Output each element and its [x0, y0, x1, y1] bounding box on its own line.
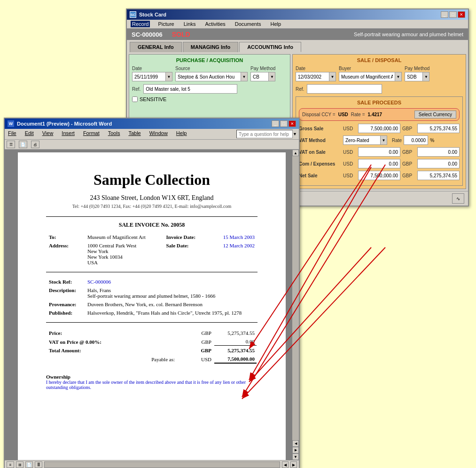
close-button[interactable]: ✕ [458, 11, 465, 18]
select-currency-button[interactable]: Select Currency [414, 111, 456, 119]
vat-method-input[interactable] [343, 135, 381, 145]
com-expenses-row: Com / Expenses USD GBP [299, 159, 460, 168]
sale-date-value: 12 March 2002 [212, 242, 257, 266]
purchase-source-arrow[interactable]: ▼ [241, 72, 248, 81]
stock-details-table: Stock Ref: SC-000006 Description: Hals, … [46, 277, 258, 317]
menu-documents[interactable]: Documents [234, 21, 263, 27]
to-value: Museum of Magnificent Art [86, 233, 164, 241]
purchase-ref-input[interactable] [143, 84, 237, 94]
tab-accounting[interactable]: ACCOUNTING Info [239, 42, 301, 52]
h-scroll-right[interactable]: ▶ [290, 461, 297, 468]
menu-picture[interactable]: Picture [156, 21, 175, 27]
word-menu-format[interactable]: Format [82, 130, 101, 138]
vat-method-arrow[interactable]: ▼ [381, 135, 387, 145]
published-label: Published: [47, 309, 85, 317]
purchase-date-group: Date ▼ [132, 66, 172, 81]
word-menu-window[interactable]: Window [148, 130, 169, 138]
vat-usd-input[interactable] [358, 147, 400, 157]
net-gbp-input[interactable] [417, 171, 460, 180]
sale-ref-row: Ref. [296, 84, 463, 94]
menu-activities[interactable]: Activities [203, 21, 226, 27]
scroll-down-button[interactable]: ▼ [292, 453, 299, 460]
sale-fields-row1: Date ▼ Buyer ▼ Pay Method [296, 66, 463, 81]
word-minimize-button[interactable]: _ [272, 120, 279, 127]
net-usd-label: USD [343, 173, 356, 178]
scroll-track[interactable] [292, 156, 299, 440]
scroll-side-btn-1[interactable]: ◀ [292, 440, 299, 447]
menu-record[interactable]: Record [131, 21, 150, 27]
sensitive-checkbox[interactable] [132, 96, 138, 102]
stock-card-titlebar: SC Stock Card _ □ ✕ [127, 9, 468, 20]
total-row: Total Amount: GBP 5,275,374.55 [47, 347, 257, 354]
word-menu-tools[interactable]: Tools [107, 130, 122, 138]
view-btn-3[interactable]: 📄 [25, 461, 33, 468]
view-btn-2[interactable]: ⊞ [16, 461, 23, 468]
sensitive-label: SENSITIVE [140, 96, 166, 102]
search-dropdown-arrow[interactable]: ▼ [293, 132, 297, 136]
sale-paymethod-input[interactable] [405, 72, 423, 81]
sale-buyer-arrow[interactable]: ▼ [395, 72, 402, 81]
sale-buyer-input[interactable] [339, 72, 395, 81]
word-menu-table[interactable]: Table [127, 130, 142, 138]
vat-gbp-input[interactable] [417, 147, 460, 157]
view-btn-4[interactable]: ≣ [35, 461, 42, 468]
description-value: Hals, Frans Self-portrait wearing armour… [86, 286, 257, 300]
minimize-button[interactable]: _ [441, 11, 448, 18]
gross-usd-label: USD [343, 126, 356, 131]
amounts-table: Price: GBP 5,275,374.55 VAT on Price @ 0… [46, 328, 258, 365]
toolbar-btn-3[interactable]: 🖨 [31, 141, 39, 148]
invoice-date-label: Invoice Date: [164, 233, 211, 241]
purchase-source-label: Source [175, 66, 248, 71]
word-menu-edit[interactable]: Edit [23, 130, 35, 138]
view-btn-1[interactable]: ≡ [7, 461, 14, 468]
menu-help[interactable]: Help [269, 21, 282, 27]
menu-links[interactable]: Links [182, 21, 197, 27]
gross-usd-input[interactable] [358, 124, 400, 133]
titlebar-left: SC Stock Card [130, 11, 166, 18]
net-usd-input[interactable] [358, 171, 400, 180]
com-gbp-input[interactable] [417, 159, 460, 168]
maximize-button[interactable]: □ [449, 11, 457, 18]
tab-general[interactable]: GENERAL Info [130, 42, 182, 52]
sale-date-input[interactable] [296, 72, 329, 81]
word-menu-view[interactable]: View [41, 130, 55, 138]
word-close-button[interactable]: ✕ [289, 120, 296, 127]
nav-extra-button[interactable]: ∿ [452, 193, 464, 204]
purchase-paymethod-input[interactable] [250, 72, 269, 81]
purchase-paymethod-group: Pay Method ▼ [250, 66, 275, 81]
gross-gbp-input[interactable] [417, 124, 460, 133]
payable-currency: USD [185, 355, 213, 364]
purchase-date-arrow[interactable]: ▼ [166, 72, 172, 81]
h-scroll-track[interactable] [44, 461, 280, 468]
sale-paymethod-arrow[interactable]: ▼ [423, 72, 429, 81]
sale-date-arrow[interactable]: ▼ [329, 72, 336, 81]
purchase-date-input[interactable] [132, 72, 166, 81]
doc-invoice-title: SALE INVOICE No. 20058 [46, 222, 258, 229]
word-search-input[interactable] [236, 130, 293, 138]
vat-value: 0.00 [214, 338, 257, 346]
word-menu-help[interactable]: Help [175, 130, 188, 138]
h-scroll-left[interactable]: ◀ [282, 461, 289, 468]
word-maximize-button[interactable]: □ [280, 120, 288, 127]
scroll-up-button[interactable]: ▲ [292, 150, 299, 156]
sale-buyer-input-group: ▼ [339, 72, 402, 81]
tab-managing[interactable]: MANAGING Info [183, 42, 238, 52]
com-usd-input[interactable] [358, 159, 400, 168]
word-titlebar: W Document1 (Preview) - Microsoft Word _… [5, 119, 299, 129]
sale-ref-input[interactable] [307, 84, 382, 94]
toolbar-btn-1[interactable]: ☰ [7, 141, 15, 148]
gross-sale-row: Gross Sale USD GBP [299, 124, 460, 133]
rate-pct-input[interactable] [404, 135, 428, 145]
vat-method-label: VAT Method [299, 138, 341, 143]
price-label: Price: [47, 329, 184, 337]
published-value: Halsoverkop, Hendrik, "Frans Hals and hi… [86, 309, 257, 317]
purchase-source-input[interactable] [175, 72, 241, 81]
total-label: Total Amount: [47, 347, 184, 354]
purchase-paymethod-arrow[interactable]: ▼ [269, 72, 275, 81]
word-menu-insert[interactable]: Insert [60, 130, 76, 138]
toolbar-btn-2[interactable]: 📄 [19, 141, 27, 148]
scroll-side-btn-2[interactable]: ▶ [292, 447, 299, 453]
word-menu-file[interactable]: File [7, 130, 18, 138]
sale-ref-label: Ref. [296, 87, 304, 92]
doc-divider-1 [46, 216, 258, 217]
